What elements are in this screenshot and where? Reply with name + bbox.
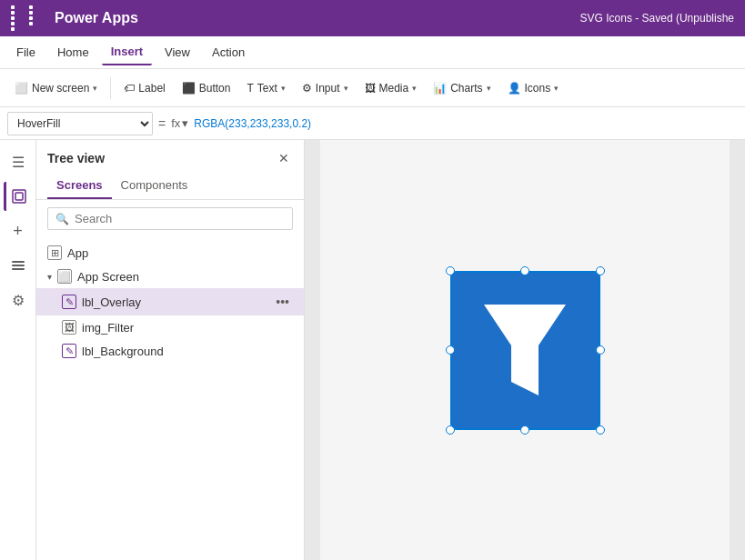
menu-insert[interactable]: Insert (102, 39, 152, 65)
svg-rect-3 (12, 265, 25, 266)
app-title: Power Apps (55, 10, 138, 26)
new-screen-label: New screen (32, 82, 89, 95)
screen-icon: ⬜ (58, 271, 71, 283)
tree-header: Tree view ✕ (36, 140, 304, 173)
menu-view[interactable]: View (156, 40, 199, 65)
save-status: SVG Icons - Saved (Unpublishe (580, 12, 734, 25)
media-icon: 🖼 (365, 82, 376, 95)
app-icon: ⊞ (51, 247, 59, 259)
svg-rect-4 (12, 268, 25, 270)
screen-icon-box: ⬜ (57, 269, 72, 284)
handle-tr[interactable] (596, 266, 605, 275)
tree-item-lbl-background[interactable]: ✎ lbl_Background (36, 339, 304, 363)
icons-button[interactable]: 👤 Icons ▾ (500, 77, 567, 99)
text-button[interactable]: T Text ▾ (239, 77, 292, 99)
tree-tabs: Screens Components (36, 173, 304, 200)
text-caret: ▾ (281, 84, 286, 93)
appscreen-label: App Screen (77, 270, 293, 284)
charts-caret: ▾ (487, 84, 491, 93)
lbl-overlay-icon: ✎ (65, 296, 74, 308)
menu-action[interactable]: Action (203, 40, 254, 65)
menu-bar: File Home Insert View Action (0, 36, 745, 69)
tree-item-app[interactable]: ⊞ App (36, 241, 304, 265)
search-box: 🔍 (47, 207, 293, 230)
equals-sign: = (158, 116, 166, 131)
search-icon: 🔍 (55, 213, 69, 225)
property-selector[interactable]: HoverFill (7, 112, 153, 135)
handle-br[interactable] (596, 425, 605, 435)
search-input[interactable] (75, 212, 285, 225)
img-filter-icon: 🖼 (65, 322, 75, 333)
toolbar-separator-1 (110, 77, 111, 99)
top-bar: Power Apps SVG Icons - Saved (Unpublishe (0, 0, 745, 36)
formula-input[interactable] (194, 112, 738, 135)
lbl-bg-icon: ✎ (65, 345, 74, 357)
media-caret: ▾ (412, 84, 417, 93)
img-filter-icon-box: 🖼 (62, 320, 76, 335)
media-button[interactable]: 🖼 Media ▾ (357, 77, 425, 99)
left-sidebar: ☰ + ⚙ (0, 140, 36, 560)
toolbar: ⬜ New screen ▾ 🏷 Label ⬛ Button T Text ▾… (0, 69, 745, 107)
app-grid-icon[interactable] (11, 5, 45, 31)
app-label: App (67, 246, 293, 260)
filter-icon-selected[interactable] (450, 271, 600, 430)
tree-item-appscreen[interactable]: ▾ ⬜ App Screen (36, 265, 304, 288)
more-options-button[interactable]: ••• (272, 293, 293, 311)
text-icon: T (247, 82, 253, 95)
filter-icon-bg (450, 271, 600, 430)
tree-title: Tree view (47, 151, 105, 165)
tree-search: 🔍 (36, 200, 304, 237)
add-icon[interactable]: + (4, 216, 33, 245)
handle-bl[interactable] (446, 425, 455, 435)
tree-item-lbl-overlay[interactable]: ✎ lbl_Overlay ••• (36, 288, 304, 315)
charts-icon: 📊 (433, 82, 447, 95)
charts-button[interactable]: 📊 Charts ▾ (426, 77, 498, 99)
svg-rect-0 (13, 190, 25, 203)
handle-bc[interactable] (520, 425, 529, 435)
menu-home[interactable]: Home (48, 40, 98, 65)
label-button[interactable]: 🏷 Label (116, 77, 172, 99)
tree-panel: Tree view ✕ Screens Components 🔍 ⊞ App ▾ (36, 140, 305, 560)
tree-item-img-filter[interactable]: 🖼 img_Filter (36, 315, 304, 339)
tree-close-button[interactable]: ✕ (275, 149, 293, 167)
tools-icon[interactable]: ⚙ (4, 285, 33, 315)
funnel-svg (475, 291, 575, 409)
tab-screens[interactable]: Screens (47, 173, 112, 199)
handle-ml[interactable] (446, 345, 455, 355)
menu-icon[interactable]: ☰ (4, 147, 33, 176)
tree-content: ⊞ App ▾ ⬜ App Screen ✎ lbl_Overlay ••• (36, 237, 304, 560)
input-button[interactable]: ⚙ Input ▾ (295, 77, 356, 99)
svg-rect-2 (12, 261, 25, 263)
input-caret: ▾ (344, 84, 348, 93)
svg-marker-5 (484, 305, 566, 395)
img-filter-label: img_Filter (82, 321, 293, 335)
icons-icon: 👤 (508, 82, 521, 95)
label-icon: 🏷 (124, 82, 135, 95)
formula-bar: HoverFill = fx ▾ (0, 107, 745, 140)
input-icon: ⚙ (302, 82, 312, 95)
svg-rect-1 (15, 193, 23, 200)
fx-indicator: fx ▾ (171, 116, 188, 130)
button-button[interactable]: ⬛ Button (175, 77, 238, 99)
lbl-bg-icon-box: ✎ (62, 344, 76, 358)
main-layout: ☰ + ⚙ Tree view ✕ Screens Components (0, 140, 745, 560)
tab-components[interactable]: Components (112, 173, 197, 199)
handle-tl[interactable] (446, 266, 455, 275)
handle-mr[interactable] (596, 345, 605, 355)
canvas-area (305, 140, 745, 560)
new-screen-caret: ▾ (93, 84, 97, 93)
menu-file[interactable]: File (7, 40, 45, 65)
layers-icon[interactable] (4, 182, 33, 211)
handle-tc[interactable] (520, 266, 529, 275)
icons-caret: ▾ (554, 84, 559, 93)
fx-caret: ▾ (182, 116, 188, 130)
button-icon: ⬛ (182, 82, 196, 95)
canvas-inner (320, 140, 730, 560)
data-icon[interactable] (4, 251, 33, 280)
lbl-overlay-icon-box: ✎ (62, 295, 76, 309)
lbl-bg-label: lbl_Background (82, 345, 293, 358)
new-screen-icon: ⬜ (15, 82, 28, 95)
lbl-overlay-label: lbl_Overlay (82, 295, 267, 309)
new-screen-button[interactable]: ⬜ New screen ▾ (7, 77, 105, 99)
app-icon-box: ⊞ (47, 245, 62, 260)
